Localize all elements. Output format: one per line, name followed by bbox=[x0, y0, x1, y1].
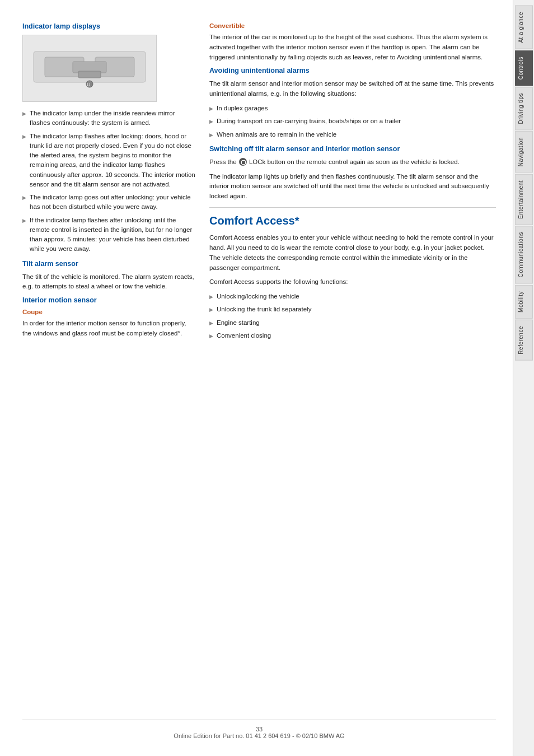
page-number: 33 bbox=[256, 726, 263, 732]
coupe-subtitle: Coupe bbox=[22, 309, 196, 315]
comfort-text1: Comfort Access enables you to enter your… bbox=[209, 233, 496, 273]
list-item: ▶ Unlocking/locking the vehicle bbox=[209, 292, 496, 301]
sidebar-tab-reference[interactable]: Reference bbox=[515, 320, 533, 361]
list-item: ▶ During transport on car-carrying train… bbox=[209, 116, 496, 126]
list-item: ▶ In duplex garages bbox=[209, 104, 496, 113]
sidebar-tab-controls[interactable]: Controls bbox=[515, 50, 533, 86]
bullet-triangle: ▶ bbox=[22, 133, 26, 141]
sidebar-tab-communications[interactable]: Communications bbox=[515, 226, 533, 283]
bullet-triangle: ▶ bbox=[209, 105, 213, 113]
list-item: ▶ When animals are to remain in the vehi… bbox=[209, 130, 496, 139]
coupe-text: In order for the interior motion sensor … bbox=[22, 319, 196, 339]
bullet-triangle: ▶ bbox=[22, 217, 26, 225]
right-column: Convertible The interior of the car is m… bbox=[209, 22, 496, 708]
left-column: Indicator lamp displays U ▶ bbox=[22, 22, 196, 708]
tilt-alarm-title: Tilt alarm sensor bbox=[22, 260, 196, 268]
bullet-triangle: ▶ bbox=[22, 110, 26, 118]
avoiding-bullet-list: ▶ In duplex garages ▶ During transport o… bbox=[209, 104, 496, 139]
footer-text: Online Edition for Part no. 01 41 2 604 … bbox=[174, 732, 344, 739]
comfort-bullet-list: ▶ Unlocking/locking the vehicle ▶ Unlock… bbox=[209, 292, 496, 340]
sidebar-tab-navigation[interactable]: Navigation bbox=[515, 131, 533, 172]
avoiding-text: The tilt alarm sensor and interior motio… bbox=[209, 79, 496, 99]
list-item: ▶ The indicator lamp flashes after locki… bbox=[22, 132, 196, 190]
convertible-subtitle: Convertible bbox=[209, 22, 496, 29]
svg-rect-4 bbox=[78, 71, 101, 78]
bullet-triangle: ▶ bbox=[209, 320, 213, 328]
list-item: ▶ Unlocking the trunk lid separately bbox=[209, 305, 496, 314]
list-item-text: During transport on car-carrying trains,… bbox=[217, 116, 401, 126]
switching-title: Switching off tilt alarm sensor and inte… bbox=[209, 145, 496, 153]
bullet-triangle: ▶ bbox=[209, 132, 213, 139]
sidebar-tab-mobility[interactable]: Mobility bbox=[515, 285, 533, 319]
list-item: ▶ If the indicator lamp flashes after un… bbox=[22, 216, 196, 254]
switching-text2: The indicator lamp lights up briefly and… bbox=[209, 172, 496, 202]
section-divider bbox=[209, 207, 496, 208]
svg-text:U: U bbox=[87, 82, 91, 87]
list-item: ▶ The indicator lamp under the inside re… bbox=[22, 109, 196, 128]
list-item-text: The indicator lamp goes out after unlock… bbox=[30, 193, 196, 212]
list-item-text: In duplex garages bbox=[217, 104, 268, 113]
bullet-triangle: ▶ bbox=[22, 194, 26, 202]
list-item-text: Convenient closing bbox=[217, 331, 271, 340]
switching-text1: Press the LOCk button on the remote cont… bbox=[209, 157, 496, 167]
list-item-text: Engine starting bbox=[217, 318, 260, 328]
comfort-text2: Comfort Access supports the following fu… bbox=[209, 277, 496, 287]
list-item-text: The indicator lamp under the inside rear… bbox=[30, 109, 196, 128]
main-content: Indicator lamp displays U ▶ bbox=[0, 0, 513, 756]
list-item-text: The indicator lamp flashes after locking… bbox=[30, 132, 196, 190]
convertible-text: The interior of the car is monitored up … bbox=[209, 32, 496, 62]
interior-motion-title: Interior motion sensor bbox=[22, 296, 196, 304]
tilt-alarm-text: The tilt of the vehicle is monitored. Th… bbox=[22, 272, 196, 292]
indicator-lamp-title: Indicator lamp displays bbox=[22, 22, 196, 30]
page-footer: 33 Online Edition for Part no. 01 41 2 6… bbox=[22, 720, 496, 739]
sidebar: At a glanceControlsDriving tipsNavigatio… bbox=[513, 0, 534, 756]
avoiding-title: Avoiding unintentional alarms bbox=[209, 67, 496, 74]
lock-icon bbox=[239, 158, 247, 166]
bullet-triangle: ▶ bbox=[209, 293, 213, 301]
bullet-triangle: ▶ bbox=[209, 306, 213, 314]
bullet-triangle: ▶ bbox=[209, 118, 213, 126]
comfort-title: Comfort Access* bbox=[209, 214, 496, 227]
sidebar-tab-at-a-glance[interactable]: At a glance bbox=[515, 6, 533, 49]
list-item-text: If the indicator lamp flashes after unlo… bbox=[30, 216, 196, 254]
list-item: ▶ Engine starting bbox=[209, 318, 496, 328]
car-image: U bbox=[22, 35, 157, 102]
list-item: ▶ Convenient closing bbox=[209, 331, 496, 340]
indicator-bullet-list: ▶ The indicator lamp under the inside re… bbox=[22, 109, 196, 254]
list-item-text: Unlocking/locking the vehicle bbox=[217, 292, 299, 301]
bullet-triangle: ▶ bbox=[209, 333, 213, 340]
list-item: ▶ The indicator lamp goes out after unlo… bbox=[22, 193, 196, 212]
sidebar-tab-driving-tips[interactable]: Driving tips bbox=[515, 87, 533, 130]
list-item-text: When animals are to remain in the vehicl… bbox=[217, 130, 336, 139]
list-item-text: Unlocking the trunk lid separately bbox=[217, 305, 311, 314]
sidebar-tab-entertainment[interactable]: Entertainment bbox=[515, 174, 533, 225]
